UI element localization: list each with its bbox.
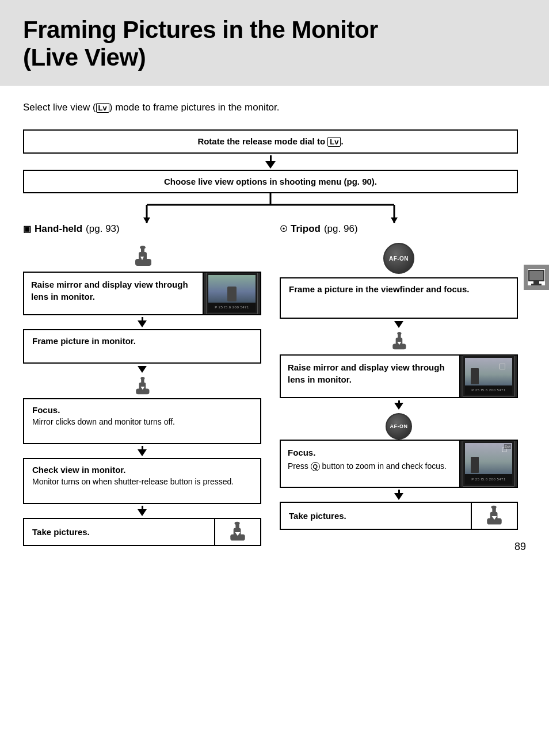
svg-point-29 [491, 505, 497, 508]
content: Select live view (Lv) mode to frame pict… [0, 86, 549, 570]
afon-icon-right1: AF-ON [383, 243, 414, 274]
page: Framing Pictures in the Monitor (Live Vi… [0, 0, 549, 756]
frame-viewfinder-right: Frame a picture in the viewfinder and fo… [280, 277, 518, 319]
focus-left: Focus. Mirror clicks down and monitor tu… [23, 398, 261, 444]
intro-text: Select live view (Lv) mode to frame pict… [23, 102, 526, 113]
take-pictures-right: Take pictures. [280, 502, 518, 530]
page-title: Framing Pictures in the Monitor (Live Vi… [23, 16, 526, 72]
arrow-left-1 [138, 315, 147, 329]
raise-mirror-right: Raise mirror and display view through le… [280, 354, 518, 398]
arrow-shutter-left [128, 364, 157, 398]
step2-box: Choose live view options in shooting men… [23, 170, 518, 193]
branch-lines [23, 193, 518, 223]
arrow-afon-right: AF-ON [386, 398, 412, 440]
lv-symbol: Lv [96, 103, 109, 113]
right-header: ☉ Tripod (pg. 96) [280, 223, 518, 235]
lv-symbol-step1: Lv [327, 137, 341, 147]
arrow1 [23, 154, 518, 170]
page-number: 89 [514, 541, 526, 553]
shutter-icon-left1 [125, 243, 159, 269]
take-pictures-left: Take pictures. [23, 518, 261, 546]
arrow-shutter-right [384, 319, 413, 354]
arrow-left-3 [138, 444, 147, 458]
svg-point-9 [140, 246, 146, 249]
svg-point-19 [235, 521, 240, 524]
svg-point-14 [140, 377, 144, 380]
left-header: ▣ Hand-held (pg. 93) [23, 223, 261, 235]
svg-marker-5 [391, 217, 398, 223]
flowchart: Rotate the release mode dial to Lv. Choo… [23, 129, 518, 547]
raise-mirror-left: Raise mirror and display view through le… [23, 272, 261, 315]
arrow-left-4 [138, 504, 147, 518]
check-view-left: Check view in monitor. Monitor turns on … [23, 458, 261, 504]
split-columns: ▣ Hand-held (pg. 93) [23, 223, 518, 546]
step1-box: Rotate the release mode dial to Lv. [23, 129, 518, 154]
svg-marker-4 [143, 217, 150, 223]
header: Framing Pictures in the Monitor (Live Vi… [0, 0, 549, 86]
frame-picture-left: Frame picture in monitor. [23, 329, 261, 364]
arrow-right-3 [394, 488, 403, 502]
focus-right: Focus. Press Q button to zoom in and che… [280, 440, 518, 488]
left-column: ▣ Hand-held (pg. 93) [23, 223, 270, 546]
svg-point-24 [397, 332, 401, 335]
right-column: ☉ Tripod (pg. 96) AF-ON Frame a picture … [270, 223, 518, 546]
